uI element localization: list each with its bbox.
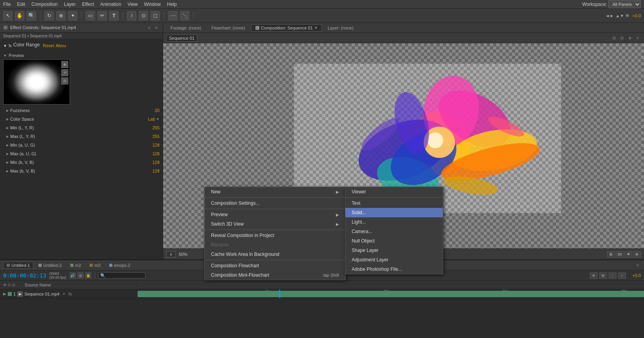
timeline-tab-1[interactable]: Untitled-2 bbox=[35, 262, 65, 269]
menu-null-object[interactable]: Null Object bbox=[345, 236, 443, 246]
colorspace-dropdown[interactable]: Lab ▼ bbox=[148, 117, 160, 121]
workspace-select[interactable]: All Panels bbox=[608, 0, 641, 8]
track-add-keyframe[interactable]: ⋄ bbox=[62, 291, 65, 296]
menu-viewer[interactable]: Viewer bbox=[345, 187, 443, 197]
viewer-icon-4[interactable]: ≡ bbox=[635, 35, 641, 41]
menu-window[interactable]: Window bbox=[144, 2, 161, 7]
alpha-button[interactable]: α bbox=[166, 251, 176, 257]
add-layer-icon[interactable]: ⊕ bbox=[590, 272, 598, 279]
viewer-icon-2[interactable]: ⊟ bbox=[619, 35, 625, 41]
graph-editor-icon[interactable]: ≈ bbox=[618, 272, 626, 279]
track-expand[interactable]: ▶ bbox=[3, 292, 6, 296]
menu-switch-3d[interactable]: Switch 3D View ▶ bbox=[205, 219, 345, 229]
param-triangle-5[interactable]: ▶ bbox=[6, 152, 9, 156]
menu-preview[interactable]: Preview ▶ bbox=[205, 210, 345, 219]
param-triangle-7[interactable]: ▶ bbox=[6, 169, 9, 173]
menu-shape-layer[interactable]: Shape Layer bbox=[345, 246, 443, 255]
render-icon[interactable]: ⊗ bbox=[633, 251, 641, 257]
menu-light[interactable]: Light... bbox=[345, 217, 443, 227]
timeline-tab-2[interactable]: m2 bbox=[67, 262, 84, 269]
effect-collapse-icon[interactable]: ▼ bbox=[3, 44, 7, 48]
comp-tab-close[interactable]: ✕ bbox=[314, 26, 317, 30]
pan-tool[interactable]: ✦ bbox=[68, 11, 77, 20]
eraser-tool[interactable]: ◻ bbox=[150, 11, 160, 20]
menu-cache-work[interactable]: Cache Work Area in Background bbox=[205, 250, 345, 259]
mute-icon[interactable]: 🔊 bbox=[70, 272, 76, 279]
param-triangle-4[interactable]: ▶ bbox=[6, 143, 9, 147]
zoom-display[interactable]: 50% bbox=[179, 252, 187, 257]
param-value-5[interactable]: 128 bbox=[152, 151, 160, 156]
preview-tool-1[interactable]: ⊕ bbox=[61, 61, 68, 68]
clone-tool[interactable]: ⊙ bbox=[139, 11, 148, 20]
markers-icon[interactable]: ⋮ bbox=[609, 272, 616, 279]
timeline-tab-0[interactable]: Untitled-1 bbox=[3, 262, 33, 269]
preview-tool-2[interactable]: ↗ bbox=[61, 69, 68, 76]
menu-new[interactable]: New ▶ bbox=[205, 187, 345, 197]
orbit-tool[interactable]: ⊕ bbox=[56, 11, 66, 20]
param-value-6[interactable]: 128 bbox=[152, 160, 160, 165]
param-triangle-0[interactable]: ▶ bbox=[6, 109, 9, 112]
menu-camera[interactable]: Camera... bbox=[345, 227, 443, 236]
param-value-0[interactable]: 20 bbox=[155, 108, 160, 113]
rect-tool[interactable]: ▭ bbox=[86, 11, 95, 20]
track-file-icon[interactable]: ▶ bbox=[17, 291, 23, 297]
viewer-icon-1[interactable]: ⊞ bbox=[611, 35, 617, 41]
hand-tool[interactable]: ✋ bbox=[15, 11, 24, 20]
selection-tool[interactable]: ↖ bbox=[3, 11, 13, 20]
menu-solid[interactable]: Solid... bbox=[345, 208, 443, 217]
track-bar[interactable] bbox=[138, 291, 644, 297]
menu-photoshop-file[interactable]: Adobe Photoshop File... bbox=[345, 265, 443, 274]
puppet2-tool[interactable]: ⋱ bbox=[180, 11, 189, 20]
timeline-menu-icon[interactable]: ≡ bbox=[635, 262, 641, 268]
menu-animation[interactable]: Animation bbox=[100, 2, 121, 7]
timecode-display[interactable]: 0:00:00:02:13 bbox=[3, 272, 46, 279]
about-button[interactable]: Abou bbox=[56, 43, 66, 48]
reset-button[interactable]: Reset bbox=[43, 43, 54, 48]
menu-adjustment-layer[interactable]: Adjustment Layer bbox=[345, 255, 443, 265]
panel-close-icon[interactable]: ✕ bbox=[153, 24, 160, 31]
brush-tool[interactable]: / bbox=[127, 11, 136, 20]
menu-effect[interactable]: Effect bbox=[82, 2, 94, 7]
param-value-2[interactable]: 255 bbox=[152, 125, 160, 130]
menu-comp-mini-flowchart[interactable]: Composition Mini-Flowchart tap Shift bbox=[205, 270, 345, 280]
grid-icon[interactable]: ⊞ bbox=[607, 251, 615, 257]
solo-icon[interactable]: ◎ bbox=[77, 272, 84, 279]
timeline-tab-3[interactable]: m3 bbox=[86, 262, 104, 269]
tab-composition[interactable]: Composition: Sequence 01 ✕ bbox=[251, 24, 322, 31]
preview-tool-3[interactable]: ⊙ bbox=[61, 77, 68, 84]
param-triangle-2[interactable]: ▶ bbox=[6, 126, 9, 130]
param-value-3[interactable]: 255 bbox=[152, 134, 160, 139]
people-icon[interactable]: 👁 bbox=[624, 251, 632, 257]
text-tool[interactable]: T bbox=[109, 11, 119, 20]
preview-collapse[interactable]: ▼ bbox=[3, 53, 7, 58]
param-triangle-3[interactable]: ▶ bbox=[6, 135, 9, 138]
menu-edit[interactable]: Edit bbox=[17, 2, 25, 7]
expand-icon[interactable]: ⊞ bbox=[599, 272, 607, 279]
puppet-tool[interactable]: ⋯ bbox=[168, 11, 178, 20]
timeline-search[interactable] bbox=[98, 272, 145, 279]
rotation-tool[interactable]: ↻ bbox=[44, 11, 54, 20]
menu-composition[interactable]: Composition bbox=[31, 2, 58, 7]
param-value-7[interactable]: 128 bbox=[152, 169, 160, 173]
3d-view-icon[interactable]: 3D bbox=[616, 251, 624, 257]
menu-help[interactable]: Help bbox=[167, 2, 177, 7]
tab-flowchart[interactable]: Flowchart: (none) bbox=[207, 24, 250, 31]
timeline-tab-4[interactable]: emojis-2 bbox=[106, 262, 134, 269]
pen-tool[interactable]: ✏ bbox=[97, 11, 107, 20]
menu-comp-flowchart[interactable]: Composition Flowchart bbox=[205, 261, 345, 270]
menu-comp-settings[interactable]: Composition Settings... bbox=[205, 198, 345, 208]
menu-view[interactable]: View bbox=[128, 2, 138, 7]
menu-layer[interactable]: Layer bbox=[64, 2, 76, 7]
tab-layer[interactable]: Layer: (none) bbox=[323, 24, 358, 31]
viewer-icon-3[interactable]: ⊕ bbox=[627, 35, 633, 41]
track-fx-icon[interactable]: fx bbox=[68, 292, 72, 296]
menu-text[interactable]: Text bbox=[345, 198, 443, 208]
param-value-4[interactable]: 128 bbox=[152, 143, 160, 147]
lock-icon[interactable]: 🔒 bbox=[85, 272, 92, 279]
panel-menu-icon[interactable]: ≡ bbox=[146, 24, 152, 31]
menu-file[interactable]: File bbox=[3, 2, 11, 7]
tab-footage[interactable]: Footage: (none) bbox=[166, 24, 205, 31]
param-triangle-6[interactable]: ▶ bbox=[6, 161, 9, 164]
param-triangle-1[interactable]: ▶ bbox=[6, 118, 9, 121]
zoom-tool[interactable]: 🔍 bbox=[27, 11, 36, 20]
